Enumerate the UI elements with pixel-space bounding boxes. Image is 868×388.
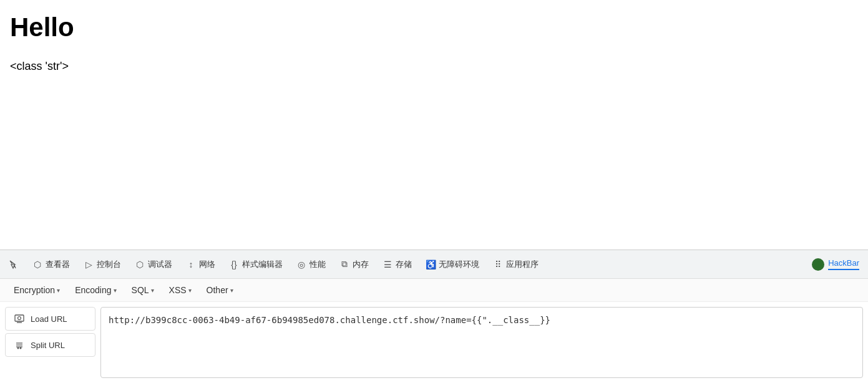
hackbar-panel: Encryption ▾ Encoding ▾ SQL ▾ XSS ▾ Othe…	[0, 278, 868, 388]
other-label: Other	[207, 285, 228, 295]
encryption-dropdown-icon: ▾	[57, 287, 60, 294]
encryption-label: Encryption	[14, 285, 55, 295]
devtools-storage-label: 存储	[396, 259, 412, 270]
menu-encryption[interactable]: Encryption ▾	[7, 283, 66, 298]
menu-xss[interactable]: XSS ▾	[163, 283, 198, 298]
encoding-dropdown-icon: ▾	[114, 287, 117, 294]
svg-point-2	[18, 317, 21, 320]
hackbar-content: Load URL Split URL http://b399c8cc-0063-…	[0, 302, 868, 383]
svg-rect-1	[15, 315, 24, 321]
devtools-style-editor[interactable]: {} 样式编辑器	[223, 255, 289, 274]
inspect-icon	[9, 259, 19, 269]
hackbar-label: HackBar	[828, 258, 859, 270]
menu-encoding[interactable]: Encoding ▾	[69, 283, 122, 298]
side-buttons: Load URL Split URL	[5, 307, 95, 378]
devtools-performance-label: 性能	[310, 259, 326, 270]
sql-label: SQL	[132, 285, 149, 295]
load-url-button[interactable]: Load URL	[5, 307, 95, 331]
devtools-application[interactable]: ⠿ 应用程序	[487, 255, 545, 274]
hackbar-avatar-icon	[812, 258, 824, 271]
devtools-application-label: 应用程序	[506, 259, 539, 270]
sql-dropdown-icon: ▾	[151, 287, 154, 294]
devtools-style-editor-label: 样式编辑器	[242, 259, 283, 270]
hackbar-tab[interactable]: HackBar	[806, 255, 866, 274]
devtools-memory[interactable]: ⧉ 内存	[333, 255, 375, 274]
xss-dropdown-icon: ▾	[188, 287, 192, 294]
accessibility-icon: ♿	[426, 259, 436, 269]
devtools-debugger[interactable]: ⬡ 调试器	[129, 255, 178, 274]
devtools-accessibility-label: 无障碍环境	[439, 259, 479, 270]
storage-icon: ☰	[383, 259, 393, 269]
devtools-inspect[interactable]	[2, 256, 25, 273]
hackbar-menu: Encryption ▾ Encoding ▾ SQL ▾ XSS ▾ Othe…	[0, 279, 868, 302]
devtools-storage[interactable]: ☰ 存储	[376, 255, 418, 274]
network-icon: ↕	[186, 259, 196, 269]
svg-point-0	[814, 261, 822, 268]
url-input[interactable]: http://b399c8cc-0063-4b49-af67-6b94985ed…	[100, 307, 863, 378]
main-content: Hello <class 'str'>	[0, 0, 868, 250]
devtools-performance[interactable]: ◎ 性能	[290, 255, 332, 274]
devtools-network[interactable]: ↕ 网络	[180, 255, 222, 274]
page-title: Hello	[10, 12, 858, 42]
devtools-accessibility[interactable]: ♿ 无障碍环境	[419, 255, 485, 274]
devtools-elements-label: 查看器	[46, 259, 70, 270]
encoding-label: Encoding	[75, 285, 111, 295]
page-subtitle: <class 'str'>	[10, 60, 858, 73]
load-url-icon	[13, 313, 26, 325]
split-url-icon	[13, 339, 26, 351]
svg-point-7	[17, 347, 19, 349]
devtools-bar: ⬡ 查看器 ▷ 控制台 ⬡ 调试器 ↕ 网络 {} 样式编辑器 ◎ 性能 ⧉ 内…	[0, 250, 868, 278]
memory-icon: ⧉	[339, 259, 349, 269]
other-dropdown-icon: ▾	[230, 287, 233, 294]
debugger-icon: ⬡	[135, 259, 145, 269]
menu-other[interactable]: Other ▾	[200, 283, 240, 298]
split-url-label: Split URL	[31, 341, 65, 350]
devtools-memory-label: 内存	[353, 259, 369, 270]
performance-icon: ◎	[296, 259, 306, 269]
application-icon: ⠿	[493, 259, 503, 269]
svg-point-8	[20, 347, 22, 349]
console-icon: ▷	[84, 259, 94, 269]
devtools-console[interactable]: ▷ 控制台	[77, 255, 127, 274]
split-url-button[interactable]: Split URL	[5, 333, 95, 357]
devtools-network-label: 网络	[199, 259, 215, 270]
style-editor-icon: {}	[229, 259, 239, 269]
load-url-label: Load URL	[31, 314, 67, 324]
elements-icon: ⬡	[32, 259, 42, 269]
menu-sql[interactable]: SQL ▾	[125, 283, 160, 298]
devtools-debugger-label: 调试器	[148, 259, 172, 270]
xss-label: XSS	[169, 285, 187, 295]
devtools-console-label: 控制台	[97, 259, 121, 270]
devtools-elements[interactable]: ⬡ 查看器	[26, 255, 76, 274]
